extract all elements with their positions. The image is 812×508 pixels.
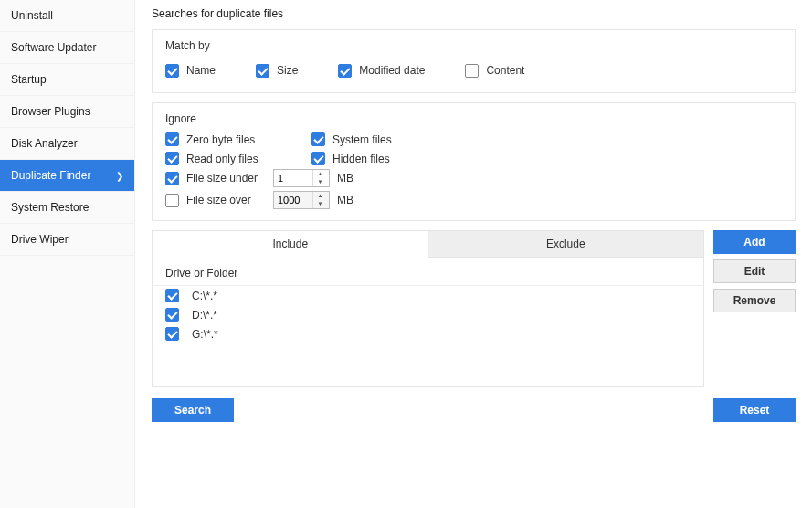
sidebar-item-duplicate-finder[interactable]: Duplicate Finder❯: [0, 160, 134, 192]
sidebar-item-system-restore[interactable]: System Restore: [0, 192, 134, 224]
file-size-under-unit: MB: [337, 172, 353, 185]
tab-exclude[interactable]: Exclude: [428, 231, 704, 257]
main-panel: Searches for duplicate files Match by Na…: [135, 0, 812, 508]
match-modified-label: Modified date: [359, 64, 425, 77]
edit-button[interactable]: Edit: [713, 259, 796, 283]
ignore-system-label: System files: [332, 133, 392, 146]
file-size-over-stepper[interactable]: ▲▼: [273, 191, 330, 209]
stepper-up-icon[interactable]: ▲: [313, 170, 327, 178]
drive-path: D:\*.*: [192, 309, 217, 322]
match-size-checkbox[interactable]: [256, 64, 269, 78]
file-size-over-input[interactable]: [274, 192, 312, 208]
stepper-down-icon[interactable]: ▼: [313, 178, 327, 186]
ignore-zero-label: Zero byte files: [186, 133, 255, 146]
ignore-over-checkbox[interactable]: [165, 194, 179, 207]
match-content-checkbox[interactable]: [465, 64, 479, 78]
file-size-under-stepper[interactable]: ▲▼: [273, 169, 330, 187]
ignore-under-checkbox[interactable]: [165, 172, 179, 185]
chevron-right-icon: ❯: [116, 171, 123, 181]
drive-checkbox[interactable]: [165, 289, 179, 302]
ignore-group: Ignore Zero byte files System files Read…: [152, 102, 796, 221]
stepper-down-icon[interactable]: ▼: [313, 200, 327, 208]
sidebar-item-label: Disk Analyzer: [11, 137, 78, 150]
ignore-over-label: File size over: [186, 194, 251, 206]
sidebar-item-disk-analyzer[interactable]: Disk Analyzer: [0, 128, 134, 160]
sidebar-item-label: Browser Plugins: [11, 105, 90, 118]
reset-button[interactable]: Reset: [713, 398, 796, 422]
drive-path: C:\*.*: [192, 290, 217, 302]
match-name-label: Name: [186, 64, 216, 77]
tab-include[interactable]: Include: [153, 231, 428, 258]
match-modified-checkbox[interactable]: [338, 64, 352, 78]
file-size-over-unit: MB: [337, 194, 353, 206]
drive-checkbox[interactable]: [165, 327, 179, 341]
sidebar-item-software-updater[interactable]: Software Updater: [0, 32, 134, 64]
drive-path: G:\*.*: [192, 328, 218, 341]
match-content-label: Content: [486, 64, 524, 77]
sidebar-item-startup[interactable]: Startup: [0, 64, 134, 96]
sidebar-item-browser-plugins[interactable]: Browser Plugins: [0, 96, 134, 128]
ignore-under-label: File size under: [186, 172, 258, 185]
remove-button[interactable]: Remove: [713, 289, 796, 312]
paths-column-header: Drive or Folder: [153, 258, 703, 286]
match-by-group: Match by Name Size Modified date Content: [152, 29, 796, 93]
ignore-hidden-label: Hidden files: [332, 153, 390, 165]
paths-list: C:\*.* D:\*.* G:\*.*: [153, 286, 703, 344]
sidebar-item-label: Uninstall: [11, 9, 53, 22]
ignore-hidden-checkbox[interactable]: [311, 152, 325, 165]
sidebar-item-label: System Restore: [11, 201, 89, 214]
page-title: Searches for duplicate files: [152, 7, 796, 20]
sidebar: Uninstall Software Updater Startup Brows…: [0, 0, 135, 508]
sidebar-item-label: Duplicate Finder: [11, 169, 90, 182]
stepper-up-icon[interactable]: ▲: [313, 192, 327, 200]
list-item[interactable]: D:\*.*: [153, 305, 703, 324]
ignore-zero-checkbox[interactable]: [165, 132, 179, 146]
list-item[interactable]: C:\*.*: [153, 286, 703, 305]
sidebar-item-label: Drive Wiper: [11, 233, 69, 246]
ignore-readonly-checkbox[interactable]: [165, 152, 179, 165]
ignore-system-checkbox[interactable]: [311, 132, 325, 146]
search-button[interactable]: Search: [152, 398, 234, 422]
sidebar-item-drive-wiper[interactable]: Drive Wiper: [0, 224, 134, 256]
sidebar-item-uninstall[interactable]: Uninstall: [0, 0, 134, 32]
drive-checkbox[interactable]: [165, 308, 179, 322]
path-buttons: Add Edit Remove: [713, 230, 796, 387]
match-by-legend: Match by: [165, 39, 782, 52]
file-size-under-input[interactable]: [274, 170, 312, 186]
list-item[interactable]: G:\*.*: [153, 324, 703, 344]
match-size-label: Size: [277, 64, 298, 77]
sidebar-item-label: Software Updater: [11, 41, 96, 54]
ignore-legend: Ignore: [165, 112, 782, 125]
ignore-readonly-label: Read only files: [186, 153, 258, 165]
sidebar-item-label: Startup: [11, 73, 47, 86]
add-button[interactable]: Add: [713, 230, 796, 254]
paths-panel: Include Exclude Drive or Folder C:\*.* D…: [152, 230, 704, 387]
match-name-checkbox[interactable]: [165, 64, 179, 78]
